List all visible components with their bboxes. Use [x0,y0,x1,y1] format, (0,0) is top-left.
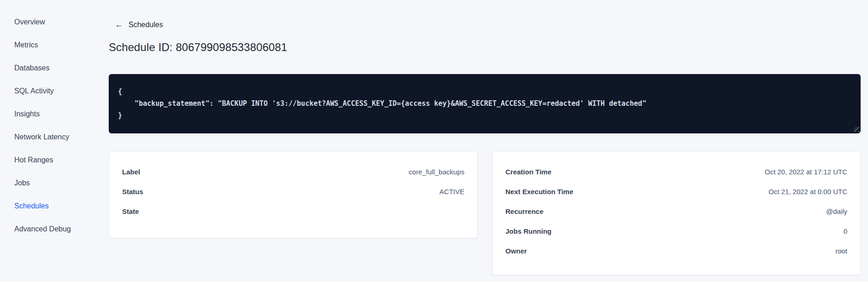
schedule-body-code-block: { "backup_statement": "BACKUP INTO 's3:/… [109,74,861,133]
detail-row-owner: Owner root [505,241,847,261]
row-label: Creation Time [505,168,551,176]
back-arrow-icon: ← [115,20,123,29]
detail-row-status: Status ACTIVE [122,182,464,201]
resize-grip-icon[interactable] [854,127,859,132]
row-label: Owner [505,247,527,255]
row-label: Recurrence [505,207,544,215]
detail-row-jobs-running: Jobs Running 0 [505,221,847,241]
sidebar-item-metrics[interactable]: Metrics [0,34,109,57]
row-value: root [835,247,847,255]
row-label: Jobs Running [505,227,551,235]
sidebar-item-jobs[interactable]: Jobs [0,172,109,195]
row-value: ACTIVE [440,188,464,196]
sidebar-item-sql-activity[interactable]: SQL Activity [0,80,109,103]
code-line: "backup_statement": "BACKUP INTO 's3://b… [118,98,851,109]
main-content: ← Schedules Schedule ID: 806799098533806… [109,0,868,282]
row-label: Status [122,188,143,196]
detail-row-recurrence: Recurrence @daily [505,201,847,221]
sidebar-item-databases[interactable]: Databases [0,57,109,80]
row-label: Label [122,168,140,176]
schedule-summary-card: Label core_full_backups Status ACTIVE St… [109,151,478,238]
back-link-label: Schedules [129,21,163,29]
row-value: core_full_backups [409,168,464,176]
sidebar-item-schedules[interactable]: Schedules [0,195,109,218]
detail-row-creation-time: Creation Time Oct 20, 2022 at 17:12 UTC [505,162,847,182]
code-line: { [118,86,851,98]
sidebar-item-overview[interactable]: Overview [0,11,109,34]
sidebar-item-network-latency[interactable]: Network Latency [0,126,109,149]
code-line: } [118,109,851,121]
row-value: 0 [844,227,847,235]
sidebar-item-hot-ranges[interactable]: Hot Ranges [0,149,109,172]
detail-row-state: State [122,201,464,221]
detail-row-next-execution-time: Next Execution Time Oct 21, 2022 at 0:00… [505,182,847,201]
back-to-schedules-link[interactable]: ← Schedules [115,20,163,29]
sidebar-item-insights[interactable]: Insights [0,103,109,126]
sidebar-item-advanced-debug[interactable]: Advanced Debug [0,218,109,241]
row-value: @daily [826,207,847,215]
sidebar: Overview Metrics Databases SQL Activity … [0,0,109,282]
row-value: Oct 21, 2022 at 0:00 UTC [768,188,847,196]
row-label: State [122,207,139,215]
page-title: Schedule ID: 806799098533806081 [109,41,861,54]
detail-cards: Label core_full_backups Status ACTIVE St… [109,151,861,275]
row-value: Oct 20, 2022 at 17:12 UTC [765,168,847,176]
row-label: Next Execution Time [505,188,573,196]
app-layout: Overview Metrics Databases SQL Activity … [0,0,868,282]
detail-row-label: Label core_full_backups [122,162,464,182]
schedule-timing-card: Creation Time Oct 20, 2022 at 17:12 UTC … [492,151,861,275]
